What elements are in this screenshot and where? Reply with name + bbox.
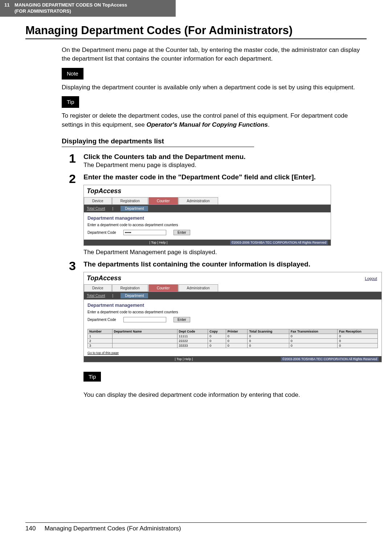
topaccess-logo-2: TopAccess Logout xyxy=(84,272,381,284)
panel-heading-2: Department management xyxy=(84,300,381,309)
enter-button-1[interactable]: Enter xyxy=(173,230,190,235)
tab-device-2[interactable]: Device xyxy=(84,284,112,292)
section-heading: Displaying the departments list xyxy=(62,137,367,145)
enter-button-2[interactable]: Enter xyxy=(173,317,190,322)
topaccess-logo-1: TopAccess xyxy=(84,185,331,197)
tip-badge-1: Tip xyxy=(62,96,79,108)
tab-administration-2[interactable]: Administration xyxy=(179,284,218,292)
footer-links-2[interactable]: | Top | Help | xyxy=(87,357,281,361)
sub-tab-bar-1: Total Count | Department xyxy=(84,205,331,212)
table-row: 3 33333 0 0 0 0 0 xyxy=(88,343,378,348)
note-text: Displaying the department counter is ava… xyxy=(62,83,367,92)
table-row: 2 22222 0 0 0 0 0 xyxy=(88,339,378,343)
th-dept-code: Dept Code xyxy=(177,329,208,334)
step-1-title: Click the Counters tab and the Departmen… xyxy=(83,153,367,161)
th-total-scanning: Total Scanning xyxy=(248,329,289,334)
step-2-title: Enter the master code in the "Department… xyxy=(83,173,367,181)
dept-code-label-2: Department Code xyxy=(87,318,116,322)
intro-block: On the Department menu page at the Count… xyxy=(62,46,367,130)
subtab-department[interactable]: Department xyxy=(121,206,148,211)
tab-bar-2: Device Registration Counter Administrati… xyxy=(84,284,381,292)
th-fax-rx: Fax Reception xyxy=(338,329,378,334)
title-rule xyxy=(25,38,367,39)
dept-code-form-1: Department Code Enter xyxy=(84,228,331,240)
panel-instruction-1: Enter a department code to access depart… xyxy=(84,221,331,228)
tip-text-1: To register or delete the department cod… xyxy=(62,111,367,129)
step-2-number: 2 xyxy=(69,172,83,185)
tab-registration[interactable]: Registration xyxy=(112,197,148,204)
tab-bar-1: Device Registration Counter Administrati… xyxy=(84,197,331,205)
dept-code-input-1[interactable] xyxy=(123,230,166,235)
chapter-header: 11 MANAGING DEPARTMENT CODES ON TopAcces… xyxy=(0,0,176,17)
th-dept-name: Department Name xyxy=(112,329,177,334)
footer-copyright-1: ©2003-2006 TOSHIBA TEC CORPORATION All R… xyxy=(230,240,328,245)
panel-heading-1: Department management xyxy=(84,212,331,221)
th-number: Number xyxy=(88,329,113,334)
tab-counter-2[interactable]: Counter xyxy=(148,284,178,292)
screenshot-2: TopAccess Logout Device Registration Cou… xyxy=(83,272,382,362)
page-title: Managing Department Codes (For Administr… xyxy=(25,24,392,37)
tip-badge-2: Tip xyxy=(83,372,101,382)
tab-device[interactable]: Device xyxy=(84,197,112,204)
screenshot-footer-1: | Top | Help | ©2003-2006 TOSHIBA TEC CO… xyxy=(84,240,331,245)
intro-text: On the Department menu page at the Count… xyxy=(62,46,367,64)
th-fax-tx: Fax Transmission xyxy=(289,329,337,334)
th-copy: Copy xyxy=(208,329,226,334)
screenshot-1: TopAccess Device Registration Counter Ad… xyxy=(83,185,331,246)
chapter-title: MANAGING DEPARTMENT CODES ON TopAccess xyxy=(15,2,127,8)
footer-rule xyxy=(25,522,367,523)
step-1-number: 1 xyxy=(69,152,83,164)
sub-tab-bar-2: Total Count | Department xyxy=(84,292,381,300)
subtab-total-count[interactable]: Total Count xyxy=(87,207,105,211)
dept-code-input-2[interactable] xyxy=(123,317,166,322)
departments-table: Number Department Name Dept Code Copy Pr… xyxy=(87,329,378,348)
step-3-number: 3 xyxy=(69,260,83,272)
page-number: 140 xyxy=(25,525,43,532)
panel-instruction-2: Enter a department code to access depart… xyxy=(84,309,381,315)
subtab-department-2[interactable]: Department xyxy=(121,293,148,298)
table-header-row: Number Department Name Dept Code Copy Pr… xyxy=(88,329,378,334)
tab-counter[interactable]: Counter xyxy=(148,197,178,204)
chapter-subtitle: (FOR ADMINISTRATORS) xyxy=(15,8,71,14)
tab-administration[interactable]: Administration xyxy=(179,197,218,204)
step-3: 3 The departments list containing the co… xyxy=(69,260,367,405)
tab-registration-2[interactable]: Registration xyxy=(112,284,148,292)
footer-copyright-2: ©2003-2006 TOSHIBA TEC CORPORATION All R… xyxy=(281,357,379,361)
th-printer: Printer xyxy=(226,329,248,334)
dept-code-label-1: Department Code xyxy=(87,231,116,235)
section-rule xyxy=(62,147,254,147)
tip-text-2: You can display the desired department c… xyxy=(83,391,382,399)
dept-code-form-2: Department Code Enter xyxy=(84,315,381,327)
step-2: 2 Enter the master code in the "Departme… xyxy=(69,172,367,256)
page-footer-title: Managing Department Codes (For Administr… xyxy=(45,525,181,532)
chapter-number: 11 xyxy=(4,2,9,8)
steps-list: 1 Click the Counters tab and the Departm… xyxy=(69,152,367,405)
note-badge: Note xyxy=(62,68,83,80)
subtab-total-count-2[interactable]: Total Count xyxy=(87,294,105,298)
step-1-desc: The Department menu page is displayed. xyxy=(83,162,367,169)
step-2-desc-after: The Department Management page is displa… xyxy=(83,249,367,256)
go-to-top-link[interactable]: Go to top of this page xyxy=(87,351,119,355)
logout-link[interactable]: Logout xyxy=(365,276,377,281)
screenshot-footer-2: | Top | Help | ©2003-2006 TOSHIBA TEC CO… xyxy=(84,356,381,362)
footer-links-1[interactable]: | Top | Help | xyxy=(87,241,230,244)
step-1: 1 Click the Counters tab and the Departm… xyxy=(69,152,367,169)
step-3-title: The departments list containing the coun… xyxy=(83,260,382,268)
page-footer: 140 Managing Department Codes (For Admin… xyxy=(25,525,367,532)
table-row: 1 11111 0 0 0 0 0 xyxy=(88,334,378,339)
